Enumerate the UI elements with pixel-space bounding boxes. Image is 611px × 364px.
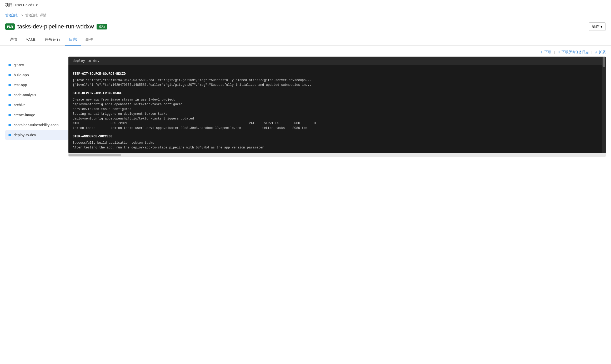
download-icon: ⬇ — [540, 50, 543, 54]
sidebar-label-build-app: build-app — [14, 73, 29, 77]
plr-badge: PLR — [5, 23, 15, 30]
sidebar-item-deploy-to-dev[interactable]: deploy-to-dev — [5, 130, 68, 140]
log-body[interactable]: STEP-GIT-SOURCE-SOURCE-BKCZD {"level":"i… — [68, 65, 606, 153]
log-section-deploy-app-header: STEP-DEPLOY-APP-FROM-IMAGE — [73, 91, 602, 96]
project-dropdown-icon[interactable]: ▾ — [36, 3, 38, 7]
log-section-git-source-header: STEP-GIT-SOURCE-SOURCE-BKCZD — [73, 72, 602, 76]
sidebar-item-container-vulnerability-scan[interactable]: container-vulnerability-scan — [5, 120, 68, 130]
sidebar-dot-git-rev — [8, 64, 11, 66]
top-bar: 项目: user1-cicd1 ▾ — [0, 0, 611, 10]
content-area: git-rev build-app test-app code-analysis… — [0, 46, 611, 161]
breadcrumb: 管道运行 > 管道运行 详情 — [0, 10, 611, 20]
page-title-row: PLR tasks-dev-pipeline-run-wddxw 成功 操作 ▾ — [0, 20, 611, 34]
vertical-scrollbar[interactable] — [602, 57, 606, 153]
horizontal-scroll-thumb[interactable] — [68, 154, 121, 156]
vertical-scroll-thumb[interactable] — [603, 57, 605, 67]
sidebar-dot-archive — [8, 104, 11, 106]
horizontal-scrollbar[interactable] — [68, 153, 606, 157]
log-line-deploy-5: deploymentconfig.apps.openshift.io/tekto… — [73, 116, 602, 121]
status-badge: 成功 — [97, 24, 107, 29]
expand-icon: ⤢ — [595, 50, 598, 54]
sidebar-dot-create-image — [8, 114, 11, 116]
actions-button[interactable]: 操作 ▾ — [589, 22, 606, 31]
expand-log-link[interactable]: ⤢ 扩展 — [595, 50, 606, 54]
log-line-announce-1: Successfully build application tekton-ta… — [73, 141, 602, 145]
log-area: ⬇ 下载 | ⬇ 下载所有任务日志 | ⤢ 扩展 deploy-to-dev S… — [68, 50, 606, 157]
log-line-announce-2: After testing the app, run the deploy-ap… — [73, 145, 602, 150]
task-sidebar: git-rev build-app test-app code-analysis… — [5, 50, 68, 157]
tab-details[interactable]: 详情 — [5, 34, 22, 46]
expand-label: 扩展 — [599, 50, 606, 54]
sidebar-item-code-analysis[interactable]: code-analysis — [5, 90, 68, 100]
pipeline-run-name: tasks-dev-pipeline-run-wddxw — [17, 23, 94, 30]
download-all-log-link[interactable]: ⬇ 下载所有任务日志 — [558, 50, 589, 54]
log-line-deploy-1: Create new app from image stream in user… — [73, 97, 602, 102]
log-table-row: tekton-tasks tekton-tasks-user1-dev1.app… — [73, 126, 602, 131]
project-name-label: user1-cicd1 — [15, 3, 34, 7]
sidebar-item-git-rev[interactable]: git-rev — [5, 60, 68, 70]
sidebar-label-test-app: test-app — [14, 83, 27, 87]
sidebar-dot-test-app — [8, 84, 11, 86]
sidebar-label-deploy-to-dev: deploy-to-dev — [14, 133, 36, 137]
tab-logs[interactable]: 日志 — [65, 34, 81, 46]
log-section-announce-header: STEP-ANNOUNCE-SUCCESS — [73, 134, 602, 139]
log-line-deploy-2: deploymentconfig.apps.openshift.io/tekto… — [73, 102, 602, 107]
sidebar-item-test-app[interactable]: test-app — [5, 80, 68, 90]
log-line-deploy-4: Setting manual triggers on deployment te… — [73, 112, 602, 116]
tabs-bar: 详情 YAML 任务运行 日志 事件 — [0, 34, 611, 46]
sidebar-dot-deploy-to-dev — [8, 134, 11, 136]
sidebar-dot-code-analysis — [8, 94, 11, 96]
tab-events[interactable]: 事件 — [81, 34, 97, 46]
tab-task-runs[interactable]: 任务运行 — [41, 34, 65, 46]
sidebar-item-build-app[interactable]: build-app — [5, 70, 68, 80]
sidebar-dot-container-vulnerability-scan — [8, 124, 11, 126]
log-line-deploy-3: service/tekton-tasks configured — [73, 107, 602, 112]
download-all-label: 下载所有任务日志 — [562, 50, 589, 54]
log-line-git-1: {"level":"info","ts":1629470675.0375588,… — [73, 78, 602, 83]
sidebar-label-code-analysis: code-analysis — [14, 93, 36, 97]
sidebar-item-archive[interactable]: archive — [5, 100, 68, 110]
download-all-icon: ⬇ — [558, 50, 560, 54]
project-prefix-label: 项目: — [5, 3, 14, 7]
sidebar-dot-build-app — [8, 74, 11, 76]
actions-label: 操作 — [592, 24, 599, 29]
toolbar-separator-2: | — [592, 50, 592, 54]
title-left: PLR tasks-dev-pipeline-run-wddxw 成功 — [5, 23, 107, 30]
download-label: 下载 — [544, 50, 551, 54]
sidebar-item-create-image[interactable]: create-image — [5, 110, 68, 120]
log-panel-header: deploy-to-dev — [68, 57, 606, 65]
log-container: deploy-to-dev STEP-GIT-SOURCE-SOURCE-BKC… — [68, 57, 606, 153]
breadcrumb-separator: > — [21, 13, 23, 17]
sidebar-label-archive: archive — [14, 103, 26, 107]
log-table-header: NAME HOST/PORT PATH SERVICES PORT TE... — [73, 121, 602, 126]
toolbar-separator-1: | — [554, 50, 555, 54]
sidebar-label-create-image: create-image — [14, 113, 35, 117]
download-log-link[interactable]: ⬇ 下载 — [540, 50, 551, 54]
breadcrumb-current: 管道运行 详情 — [25, 13, 47, 18]
log-line-git-2: {"level":"info","ts":1629470675.1485586,… — [73, 83, 602, 87]
actions-dropdown-icon: ▾ — [600, 24, 602, 29]
tab-yaml[interactable]: YAML — [22, 35, 41, 45]
sidebar-label-git-rev: git-rev — [14, 63, 24, 67]
sidebar-label-container-vulnerability-scan: container-vulnerability-scan — [14, 123, 58, 127]
breadcrumb-parent-link[interactable]: 管道运行 — [5, 13, 19, 18]
log-toolbar: ⬇ 下载 | ⬇ 下载所有任务日志 | ⤢ 扩展 — [68, 50, 606, 57]
